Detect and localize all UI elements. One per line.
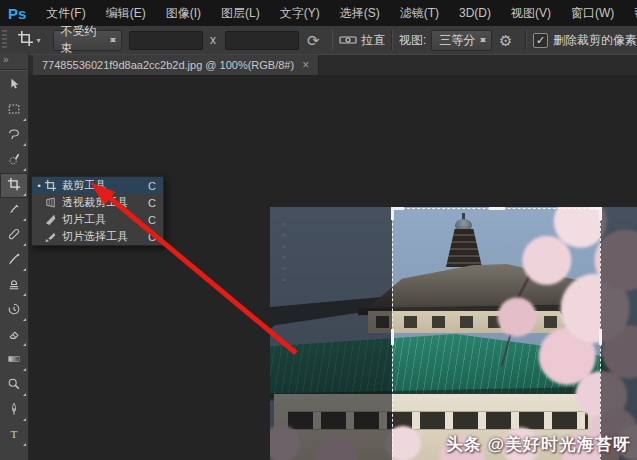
crop-width-input[interactable] — [129, 31, 203, 50]
chevron-down-icon: ▾ — [37, 36, 41, 45]
eraser-tool-icon — [7, 327, 21, 345]
swap-dimensions-icon[interactable]: ⟳ — [307, 33, 320, 48]
gradient-tool-button[interactable] — [0, 348, 28, 373]
history-brush-tool-button[interactable] — [0, 298, 28, 323]
flyout-item-perspective-crop-tool[interactable]: 透视裁剪工具 C — [32, 194, 163, 211]
slice-tool-icon — [44, 213, 59, 227]
straighten-level-icon[interactable] — [339, 34, 357, 46]
move-tool-icon — [7, 77, 21, 95]
divider — [332, 30, 334, 50]
divider — [525, 30, 527, 50]
menu-view[interactable]: 视图(V) — [501, 0, 561, 26]
gradient-tool-icon — [7, 352, 21, 370]
flyout-item-shortcut: C — [148, 231, 156, 243]
spot-healing-brush-tool-icon — [7, 227, 21, 245]
crop-tool-icon — [7, 177, 21, 195]
menu-image[interactable]: 图像(I) — [156, 0, 211, 26]
crop-handle-top-left[interactable] — [391, 207, 404, 220]
slice-select-tool-icon — [44, 230, 59, 244]
flyout-item-shortcut: C — [148, 214, 156, 226]
rectangular-marquee-tool-icon — [7, 102, 21, 120]
document-canvas-image[interactable]: 头条 @美好时光海苔呀 — [270, 207, 637, 460]
divider — [391, 30, 393, 50]
collapse-panel-icon[interactable]: » — [0, 54, 28, 67]
crop-height-input[interactable] — [225, 31, 299, 50]
eyedropper-tool-icon — [7, 202, 21, 220]
delete-cropped-pixels-label: 删除裁剪的像素 — [553, 32, 637, 49]
flyout-item-label: 切片选择工具 — [62, 229, 148, 244]
tools-panel: » — [0, 54, 29, 460]
clone-stamp-tool-icon — [7, 277, 21, 295]
svg-text:T: T — [11, 427, 18, 439]
panel-grip[interactable] — [2, 30, 7, 50]
crop-handle-middle-left[interactable] — [391, 329, 394, 345]
crop-shield-right — [600, 207, 637, 460]
eyedropper-tool-button[interactable] — [0, 198, 28, 223]
gear-icon[interactable]: ⚙ — [499, 33, 512, 48]
crop-handle-top-right[interactable] — [589, 207, 602, 220]
close-icon[interactable]: × — [302, 58, 309, 72]
flyout-item-crop-tool[interactable]: • 裁剪工具 C — [32, 177, 163, 194]
document-tab[interactable]: 77485536021f9d8aa2cc2b2d.jpg @ 100%(RGB/… — [33, 55, 319, 75]
clone-stamp-tool-button[interactable] — [0, 273, 28, 298]
crop-shield-left — [270, 207, 392, 460]
menu-3d[interactable]: 3D(D) — [449, 0, 501, 26]
aspect-ratio-dropdown[interactable]: 不受约束 — [53, 30, 123, 51]
menu-type[interactable]: 文字(Y) — [270, 0, 330, 26]
flyout-item-label: 透视裁剪工具 — [62, 195, 148, 210]
flyout-item-slice-select-tool[interactable]: 切片选择工具 C — [32, 228, 163, 245]
move-tool-button[interactable] — [0, 73, 28, 98]
menu-layer[interactable]: 图层(L) — [211, 0, 270, 26]
crop-tool-flyout-menu: • 裁剪工具 C 透视裁剪工具 C 切片工具 C 切片选择工具 C — [31, 176, 164, 246]
photoshop-window: Ps 文件(F) 编辑(E) 图像(I) 图层(L) 文字(Y) 选择(S) 滤… — [0, 0, 637, 460]
aspect-ratio-value: 不受约束 — [61, 23, 107, 57]
overlay-view-dropdown[interactable]: 三等分 — [431, 30, 492, 51]
flyout-item-shortcut: C — [148, 180, 156, 192]
quick-selection-tool-button[interactable] — [0, 148, 28, 173]
photoshop-logo: Ps — [0, 5, 36, 22]
history-brush-tool-icon — [7, 302, 21, 320]
menu-filter[interactable]: 滤镜(T) — [390, 0, 449, 26]
flyout-item-label: 切片工具 — [62, 212, 148, 227]
spinner-arrows-icon — [480, 35, 487, 45]
brush-tool-icon — [7, 252, 21, 270]
view-label: 视图: — [399, 32, 426, 49]
dodge-tool-icon — [7, 377, 21, 395]
crop-tool-icon — [17, 30, 34, 50]
pen-tool-icon — [7, 402, 21, 420]
current-tool-button[interactable]: ▾ — [17, 30, 41, 50]
horizontal-type-tool-button[interactable]: T — [0, 423, 28, 448]
crop-tool-icon — [44, 179, 59, 193]
brush-tool-button[interactable] — [0, 248, 28, 273]
perspective-crop-tool-icon — [44, 196, 59, 210]
crop-tool-button[interactable] — [0, 173, 28, 198]
flyout-item-slice-tool[interactable]: 切片工具 C — [32, 211, 163, 228]
flyout-item-shortcut: C — [148, 197, 156, 209]
tool-options-bar: ▾ 不受约束 x ⟳ 拉直 视图: 三等分 ⚙ ✓ 删除裁剪的像素 — [0, 26, 637, 55]
flyout-item-label: 裁剪工具 — [62, 178, 148, 193]
selected-bullet: • — [35, 181, 43, 191]
quick-selection-tool-icon — [7, 152, 21, 170]
straighten-button[interactable]: 拉直 — [361, 32, 385, 49]
overlay-view-value: 三等分 — [439, 32, 475, 49]
crop-marquee[interactable] — [392, 208, 601, 460]
lasso-tool-icon — [7, 127, 21, 145]
crop-handle-middle-right[interactable] — [599, 329, 602, 345]
crop-handle-top-middle[interactable] — [489, 207, 505, 210]
menu-select[interactable]: 选择(S) — [330, 0, 390, 26]
spinner-arrows-icon — [110, 35, 117, 45]
menu-help[interactable]: 帮助(H) — [624, 0, 637, 26]
dodge-tool-button[interactable] — [0, 373, 28, 398]
rectangular-marquee-tool-button[interactable] — [0, 98, 28, 123]
lasso-tool-button[interactable] — [0, 123, 28, 148]
spot-healing-brush-tool-button[interactable] — [0, 223, 28, 248]
divider — [0, 69, 28, 71]
checkbox-checked-icon[interactable]: ✓ — [533, 33, 548, 48]
menu-window[interactable]: 窗口(W) — [561, 0, 624, 26]
eraser-tool-button[interactable] — [0, 323, 28, 348]
pen-tool-button[interactable] — [0, 398, 28, 423]
watermark-text: 头条 @美好时光海苔呀 — [446, 433, 631, 456]
delete-cropped-pixels-option[interactable]: ✓ 删除裁剪的像素 — [533, 32, 637, 49]
document-title: 77485536021f9d8aa2cc2b2d.jpg @ 100%(RGB/… — [42, 59, 294, 71]
horizontal-type-tool-icon: T — [7, 427, 21, 445]
